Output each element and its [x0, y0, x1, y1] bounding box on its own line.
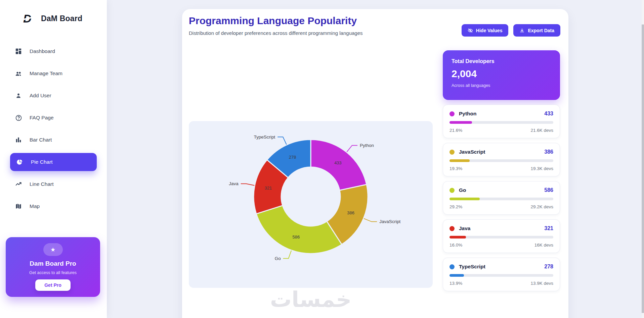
sidebar-item-label: Bar Chart — [30, 137, 52, 143]
slice-category-label: Java — [229, 181, 239, 186]
language-value: 278 — [544, 264, 553, 270]
language-percent: 21.6% — [449, 128, 462, 133]
slice-value-label: 433 — [334, 160, 342, 165]
language-percent: 13.9% — [449, 281, 462, 286]
scrollbar-thumb[interactable] — [642, 24, 644, 313]
add-user-icon — [15, 92, 22, 99]
sidebar-menu: Dashboard Manage Team Add User FAQ Page … — [0, 40, 107, 217]
promo-title: Dam Board Pro — [6, 260, 100, 267]
sidebar-item-label: Line Chart — [30, 181, 54, 187]
sidebar-item-map[interactable]: Map — [0, 195, 107, 217]
slice-leader-line — [347, 145, 357, 152]
faq-icon — [15, 114, 22, 121]
stats-column: Total Developers 2,004 Across all langua… — [443, 50, 560, 311]
language-name: Go — [459, 187, 466, 193]
language-percent: 16.0% — [449, 243, 462, 248]
promo-card: ★ Dam Board Pro Get access to all featur… — [6, 237, 100, 297]
language-devs: 21.6K devs — [530, 128, 553, 133]
sidebar-item-label: Pie Chart — [31, 159, 53, 165]
language-value: 386 — [544, 149, 553, 155]
language-card-go[interactable]: Go586 29.2%29.2K devs — [443, 181, 560, 215]
slice-category-label: JavaScript — [379, 219, 400, 224]
brand: D DaM Board — [0, 0, 107, 25]
language-devs: 19.3K devs — [530, 166, 553, 171]
hide-values-button[interactable]: Hide Values — [462, 24, 509, 37]
brand-name: DaM Board — [41, 14, 82, 23]
language-devs: 13.9K devs — [530, 281, 553, 286]
language-progress-track — [449, 236, 553, 238]
pie-chart-icon — [16, 158, 24, 166]
content-row: 433Python386JavaScript586Go321Java278Typ… — [182, 37, 568, 311]
main-panel: Programming Language Popularity Distribu… — [182, 9, 568, 318]
language-dot — [449, 111, 455, 116]
language-card-typescript[interactable]: TypeScript278 13.9%13.9K devs — [443, 258, 560, 291]
language-progress-fill — [449, 198, 480, 200]
language-progress-fill — [449, 121, 472, 124]
dashboard-icon — [15, 48, 22, 55]
pie-chart-panel: 433Python386JavaScript586Go321Java278Typ… — [189, 121, 433, 288]
page-scrollbar[interactable] — [642, 0, 644, 318]
line-chart-icon — [15, 180, 22, 188]
total-caption: Across all languages — [452, 83, 551, 88]
bar-chart-icon — [15, 136, 22, 144]
header-text: Programming Language Popularity Distribu… — [189, 14, 363, 36]
promo-subtitle: Get access to all features — [6, 270, 100, 275]
language-progress-fill — [449, 274, 464, 277]
slice-leader-line — [364, 218, 377, 222]
language-progress-track — [449, 274, 553, 277]
sidebar-item-pie-chart[interactable]: Pie Chart — [10, 153, 97, 171]
donut-chart[interactable]: 433Python386JavaScript586Go321Java278Typ… — [189, 121, 433, 288]
sidebar: D DaM Board Dashboard Manage Team Add Us… — [0, 0, 107, 318]
language-progress-track — [449, 121, 553, 124]
page-subtitle: Distribution of developer preferences ac… — [189, 30, 363, 36]
language-name: Java — [459, 225, 470, 231]
language-devs: 29.2K devs — [530, 204, 553, 209]
slice-value-label: 321 — [265, 186, 272, 191]
language-percent: 19.3% — [449, 166, 462, 171]
team-icon — [15, 70, 22, 77]
language-name: Python — [459, 111, 477, 117]
language-value: 586 — [544, 187, 553, 193]
slice-category-label: TypeScript — [254, 135, 275, 140]
sidebar-item-add-user[interactable]: Add User — [0, 85, 107, 107]
total-title: Total Developers — [452, 58, 551, 64]
slice-leader-line — [277, 137, 287, 145]
brand-logo-icon: D — [23, 12, 36, 25]
map-icon — [15, 203, 22, 210]
main-header: Programming Language Popularity Distribu… — [182, 9, 568, 37]
sidebar-item-faq[interactable]: FAQ Page — [0, 107, 107, 129]
language-card-python[interactable]: Python433 21.6%21.6K devs — [443, 105, 560, 138]
sidebar-item-bar-chart[interactable]: Bar Chart — [0, 129, 107, 151]
slice-value-label: 586 — [293, 234, 300, 240]
get-pro-button[interactable]: Get Pro — [35, 279, 71, 291]
donut-slice-go[interactable] — [256, 206, 342, 254]
language-dot — [449, 150, 455, 155]
download-icon — [519, 28, 525, 33]
language-card-java[interactable]: Java321 16.0%16K devs — [443, 219, 560, 253]
language-name: TypeScript — [459, 264, 485, 270]
star-icon: ★ — [50, 246, 55, 253]
language-name: JavaScript — [459, 149, 485, 155]
language-progress-fill — [449, 236, 466, 238]
language-value: 321 — [544, 225, 553, 231]
page-title: Programming Language Popularity — [189, 14, 363, 27]
slice-leader-line — [283, 251, 291, 259]
language-value: 433 — [544, 111, 553, 117]
language-progress-fill — [449, 159, 470, 162]
export-data-button[interactable]: Export Data — [513, 24, 560, 37]
language-percent: 29.2% — [449, 204, 462, 209]
language-progress-track — [449, 159, 553, 162]
eye-off-icon — [468, 28, 473, 33]
language-card-javascript[interactable]: JavaScript386 19.3%19.3K devs — [443, 143, 560, 176]
sidebar-item-label: Map — [30, 203, 40, 209]
sidebar-item-label: Add User — [30, 93, 51, 99]
sidebar-item-manage-team[interactable]: Manage Team — [0, 62, 107, 85]
slice-value-label: 386 — [347, 210, 354, 215]
language-devs: 16K devs — [534, 243, 553, 248]
sidebar-item-dashboard[interactable]: Dashboard — [0, 40, 107, 62]
total-developers-card: Total Developers 2,004 Across all langua… — [443, 50, 560, 100]
sidebar-item-label: FAQ Page — [30, 115, 54, 121]
star-badge: ★ — [43, 243, 63, 256]
language-dot — [449, 264, 455, 269]
sidebar-item-line-chart[interactable]: Line Chart — [0, 173, 107, 195]
